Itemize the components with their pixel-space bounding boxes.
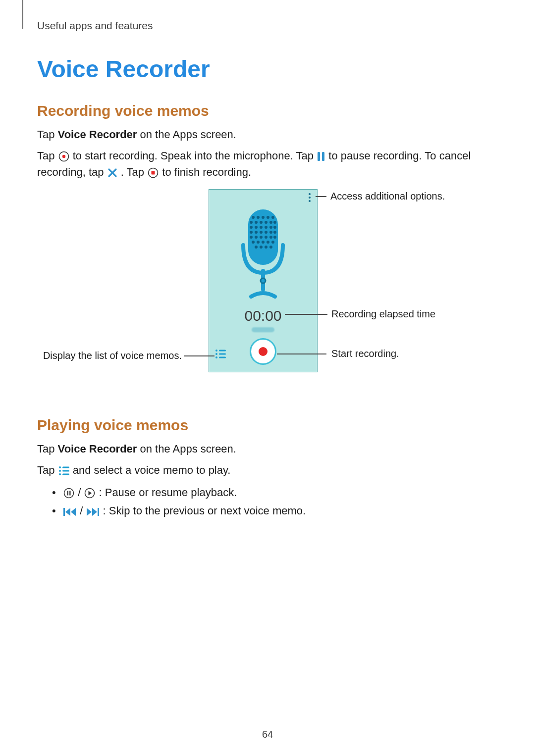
- callout-elapsed: Recording elapsed time: [331, 308, 435, 320]
- text: to start recording. Speak into the micro…: [73, 150, 317, 162]
- svg-point-35: [255, 236, 258, 239]
- svg-rect-2: [318, 152, 320, 161]
- svg-point-19: [265, 221, 268, 224]
- section-recording-heading: Recording voice memos: [37, 102, 498, 119]
- svg-point-36: [260, 236, 263, 239]
- svg-rect-66: [98, 508, 99, 516]
- svg-point-48: [269, 246, 272, 249]
- svg-point-46: [260, 246, 263, 249]
- pause-circle-icon: [63, 488, 74, 499]
- svg-point-1: [62, 155, 65, 158]
- svg-point-44: [271, 241, 274, 244]
- page-title: Voice Recorder: [37, 55, 498, 83]
- bullet-pause-resume: / : Pause or resume playback.: [52, 483, 498, 502]
- text: on the Apps screen.: [137, 128, 236, 141]
- text: and select a voice memo to play.: [73, 464, 231, 476]
- svg-point-43: [267, 241, 269, 244]
- svg-point-11: [252, 216, 255, 219]
- svg-rect-62: [67, 491, 68, 496]
- svg-point-29: [255, 231, 258, 234]
- callout-options: Access additional options.: [330, 191, 445, 202]
- breadcrumb: Useful apps and features: [37, 20, 498, 32]
- playback-bullets: / : Pause or resume playback. / : Skip t…: [37, 483, 498, 520]
- text: Tap: [37, 128, 58, 141]
- cancel-x-icon: [107, 168, 117, 178]
- svg-point-14: [267, 216, 269, 219]
- playing-p2: Tap and select a voice memo to play.: [37, 462, 498, 478]
- svg-rect-3: [322, 152, 324, 161]
- page-left-rule: [22, 0, 23, 29]
- bullet-skip: / : Skip to the previous or next voice m…: [52, 502, 498, 520]
- svg-point-23: [255, 226, 258, 229]
- svg-rect-65: [63, 508, 65, 516]
- svg-rect-60: [62, 474, 69, 475]
- text: to finish recording.: [162, 166, 251, 178]
- svg-point-18: [260, 221, 263, 224]
- record-dot-icon: [58, 151, 69, 162]
- microphone-icon: [233, 206, 293, 302]
- svg-point-59: [59, 473, 61, 475]
- svg-rect-56: [62, 467, 69, 468]
- page-number: 64: [0, 729, 535, 740]
- svg-point-55: [59, 466, 61, 468]
- svg-rect-54: [219, 357, 226, 358]
- callout-list: Display the list of voice memos.: [43, 350, 182, 361]
- connector-line: [184, 355, 214, 356]
- svg-rect-63: [69, 491, 70, 496]
- svg-point-49: [215, 350, 217, 352]
- svg-rect-52: [219, 353, 226, 355]
- memo-list-icon: [58, 466, 69, 476]
- text: Tap: [37, 464, 58, 476]
- stop-icon: [148, 167, 159, 178]
- phone-screen: 00:00: [209, 189, 318, 372]
- skip-previous-icon: [63, 507, 76, 517]
- connector-line: [277, 353, 326, 354]
- small-label-blur: [252, 327, 274, 332]
- svg-point-45: [255, 246, 258, 249]
- svg-point-34: [250, 236, 253, 239]
- svg-point-47: [265, 246, 268, 249]
- record-button[interactable]: [250, 338, 276, 365]
- svg-rect-50: [219, 350, 226, 352]
- memo-list-icon[interactable]: [215, 349, 226, 361]
- svg-point-20: [269, 221, 272, 224]
- elapsed-time: 00:00: [209, 307, 317, 324]
- svg-point-17: [255, 221, 258, 224]
- svg-point-38: [269, 236, 272, 239]
- callout-record: Start recording.: [331, 348, 399, 359]
- voice-recorder-diagram: 00:00 Access additional options. Recordi…: [37, 189, 498, 397]
- svg-point-12: [257, 216, 260, 219]
- recording-p1: Tap Voice Recorder on the Apps screen.: [37, 126, 498, 143]
- svg-point-31: [265, 231, 268, 234]
- svg-rect-5: [152, 171, 155, 175]
- svg-point-51: [215, 353, 217, 355]
- text: : Pause or resume playback.: [99, 486, 237, 499]
- text: : Skip to the previous or next voice mem…: [103, 504, 306, 517]
- svg-rect-58: [62, 470, 69, 472]
- svg-point-37: [265, 236, 268, 239]
- svg-point-27: [273, 226, 276, 229]
- text: /: [80, 504, 86, 517]
- text: . Tap: [121, 166, 147, 178]
- recording-p2: Tap to start recording. Speak into the m…: [37, 148, 498, 180]
- svg-point-22: [250, 226, 253, 229]
- svg-point-53: [215, 356, 217, 358]
- svg-point-24: [260, 226, 263, 229]
- more-options-icon[interactable]: [306, 193, 313, 204]
- svg-point-8: [309, 200, 311, 202]
- svg-point-30: [260, 231, 263, 234]
- text: /: [78, 486, 84, 499]
- svg-point-25: [265, 226, 268, 229]
- section-playing-heading: Playing voice memos: [37, 417, 498, 434]
- connector-line: [316, 196, 326, 197]
- svg-point-39: [273, 236, 276, 239]
- svg-point-41: [257, 241, 260, 244]
- pause-icon: [317, 151, 325, 161]
- svg-point-28: [250, 231, 253, 234]
- svg-point-33: [273, 231, 276, 234]
- connector-line: [285, 314, 327, 315]
- text: Tap: [37, 443, 58, 455]
- bold-text: Voice Recorder: [58, 443, 137, 455]
- svg-point-40: [252, 241, 255, 244]
- svg-point-15: [271, 216, 274, 219]
